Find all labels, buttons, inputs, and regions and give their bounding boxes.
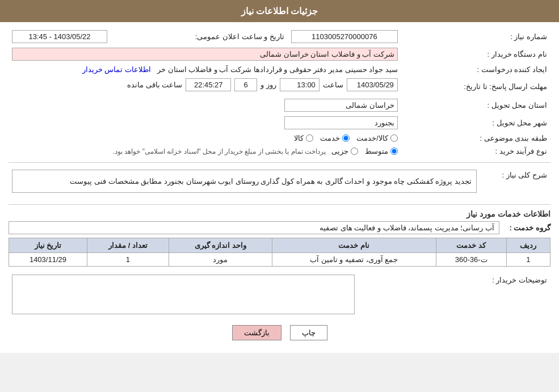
ostan-value: خراسان شمالی (284, 99, 398, 112)
cell-kod: ت-36-360 (436, 253, 506, 267)
cell-tarikh: 1403/11/29 (9, 253, 87, 267)
grohe-value: آب رسانی؛ مدیریت پسماند، فاضلاب و فعالیت… (9, 221, 499, 234)
shahr-value: بجنورد (284, 116, 398, 129)
col-vahed: واحد اندازه گیری (169, 238, 272, 253)
tabaqe-radio-khadamat[interactable] (342, 134, 350, 142)
table-row: 1ت-36-360جمع آوری، تصفیه و تامین آبمورد1… (9, 253, 550, 267)
mohlat-baghimande-label: ساعت باقی مانده (127, 81, 182, 89)
noefarayand-radio-jozii[interactable] (351, 147, 358, 155)
khadamat-section-title: اطلاعات خدمات مورد نیاز (9, 209, 550, 218)
col-tarikh: تاریخ نیاز (9, 238, 87, 253)
noefarayand-option-jozii[interactable]: جزیی (331, 147, 358, 155)
noefarayand-label-motavaset: متوسط (365, 147, 388, 155)
col-tedad: تعداد / مقدار (87, 238, 169, 253)
tabaqe-radio-kala-khadamat[interactable] (390, 134, 398, 142)
tabaqe-label-kala: کالا (294, 134, 304, 142)
ijad-konande-value: سید جواد حسینی مدیر دفتر حقوقی و قرارداد… (157, 65, 398, 74)
mohlat-label: مهلت ارسال پاسخ: تا تاریخ: (401, 76, 550, 96)
cell-nam: جمع آوری، تصفیه و تامین آب (272, 253, 436, 267)
toozihat-label: توضیحات خریدار : (358, 272, 550, 318)
tabaqe-label-kala-khadamat: کالا/خدمت (356, 134, 388, 142)
print-button[interactable]: چاپ (290, 325, 327, 340)
noefarayand-radio-group: متوسط جزیی (331, 147, 398, 155)
tabaqe-label: طبقه بندی موضوعی : (401, 132, 550, 145)
noefarayand-option-motavaset[interactable]: متوسط (365, 147, 398, 155)
col-nam: نام خدمت (272, 238, 436, 253)
nam-dastgah-label: نام دستگاه خریدار : (401, 45, 550, 63)
nam-dastgah-value: شرکت آب و فاضلاب استان خراسان شمالی (12, 48, 398, 61)
noefarayand-radio-motavaset[interactable] (390, 147, 398, 155)
mohlat-rooz: 6 (234, 78, 257, 91)
toozihat-input[interactable] (12, 275, 355, 314)
ijad-konande-link[interactable]: اطلاعات تماس خریدار (82, 65, 151, 74)
tabaqe-option-kala-khadamat[interactable]: کالا/خدمت (356, 134, 398, 142)
sharh-label: شرح کلی نیاز : (480, 167, 550, 200)
page-header: جزئیات اطلاعات نیاز (0, 0, 559, 22)
tabaqe-radio-kala[interactable] (306, 134, 313, 142)
grohe-row: گروه خدمت : آب رسانی؛ مدیریت پسماند، فاض… (9, 221, 550, 234)
back-button[interactable]: بازگشت (232, 325, 281, 340)
sharh-value: تجدید پروژه کفشکنی چاه موجود و احداث گال… (12, 170, 477, 193)
tabaqe-radio-group: کالا/خدمت خدمت کالا (12, 134, 398, 142)
cell-vahed: مورد (169, 253, 272, 267)
cell-tedad: 1 (87, 253, 169, 267)
tarikh-label: تاریخ و ساعت اعلان عمومی: (111, 28, 288, 45)
tarikh-value: 1403/05/22 - 13:45 (12, 30, 107, 43)
grohe-label: گروه خدمت : (499, 224, 550, 232)
noefarayand-label-jozii: جزیی (331, 147, 348, 155)
footer-buttons: چاپ بازگشت (9, 325, 550, 340)
mohlat-rooz-label: روز و (260, 81, 276, 89)
ijad-konande-label: ایجاد کننده درخواست : (401, 63, 550, 76)
ostan-label: استان محل تحویل : (401, 96, 550, 114)
shomare-niaz-label: شماره نیاز : (401, 28, 550, 45)
col-radif: ردیف (506, 238, 550, 253)
shahr-label: شهر محل تحویل : (401, 114, 550, 132)
mohlat-saat: 13:00 (280, 78, 320, 91)
col-kod: کد خدمت (436, 238, 506, 253)
service-table: ردیف کد خدمت نام خدمت واحد اندازه گیری ت… (9, 238, 550, 267)
tabaqe-label-khadamat: خدمت (320, 134, 340, 142)
mohlat-date: 1403/05/29 (347, 78, 398, 91)
cell-radif: 1 (506, 253, 550, 267)
noefarayand-label: نوع فرآیند خرید : (401, 145, 550, 158)
tabaqe-option-kala[interactable]: کالا (294, 134, 313, 142)
tabaqe-option-khadamat[interactable]: خدمت (320, 134, 350, 142)
mohlat-saat-label: ساعت (323, 81, 343, 89)
shomare-niaz-value: 1103005270000076 (291, 30, 398, 43)
mohlat-baghimande: 22:45:27 (186, 78, 231, 91)
noefarayand-note: پرداخت تمام یا بخشی از مبلغ خریدار از مح… (113, 147, 326, 155)
